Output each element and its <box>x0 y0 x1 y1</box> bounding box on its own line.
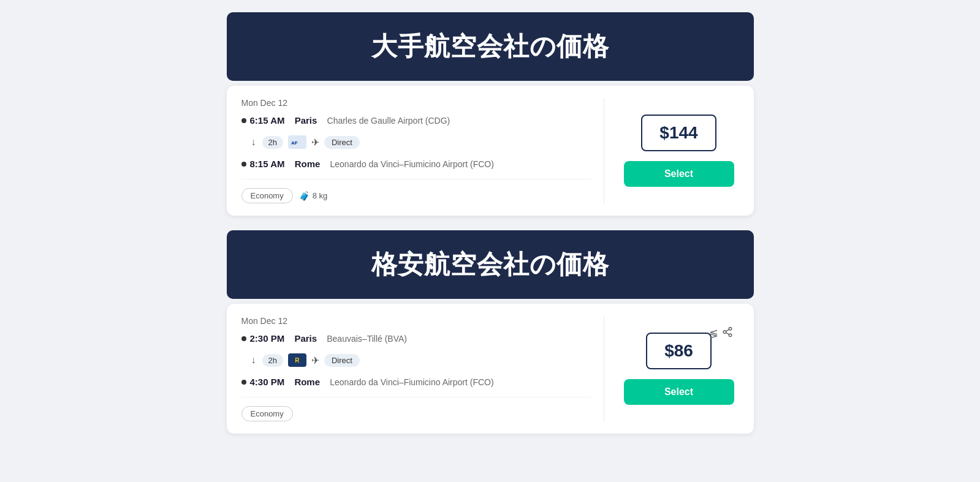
arrival-airport-budget: Leonardo da Vinci–Fiumicino Airport (FCO… <box>330 377 493 387</box>
arrival-point-major: 8:15 AM Rome Leonardo da Vinci–Fiumicino… <box>241 159 591 169</box>
departure-airport-budget: Beauvais–Tillé (BVA) <box>327 334 407 344</box>
arrow-down-icon-budget: ↓ <box>251 355 256 366</box>
arrival-city-major: Rome <box>295 159 321 169</box>
price-box-major: $144 <box>641 115 716 151</box>
flight-info-budget: Mon Dec 12 2:30 PM Paris Beauvais–Tillé … <box>241 316 604 421</box>
flight-route-major: 6:15 AM Paris Charles de Gaulle Airport … <box>241 115 591 169</box>
arrival-time-budget: 4:30 PM <box>250 377 285 387</box>
departure-dot-major <box>241 118 246 123</box>
arrival-airport-major: Leonardo da Vinci–Fiumicino Airport (FCO… <box>330 159 494 169</box>
arrow-down-icon-major: ↓ <box>251 137 256 148</box>
departure-point-budget: 2:30 PM Paris Beauvais–Tillé (BVA) <box>241 333 591 344</box>
flight-footer-major: Economy 🧳 8 kg <box>241 179 591 203</box>
share-icon-budget[interactable]: ≶ <box>709 326 732 341</box>
airline-logo-budget: R <box>288 353 306 367</box>
major-airlines-header: 大手航空会社の価格 <box>227 12 754 81</box>
arrival-dot-major <box>241 162 246 167</box>
price-section-budget: ≶ $86 Select <box>604 333 739 405</box>
departure-dot-budget <box>241 336 246 341</box>
duration-badge-budget: 2h <box>262 354 283 367</box>
flight-date-major: Mon Dec 12 <box>241 98 591 108</box>
baggage-info-major: 🧳 8 kg <box>299 191 328 201</box>
departure-airport-major: Charles de Gaulle Airport (CDG) <box>327 116 450 126</box>
flight-card-major: Mon Dec 12 6:15 AM Paris Charles de Gaul… <box>227 86 754 216</box>
svg-line-6 <box>726 329 729 331</box>
flight-middle-major: ↓ 2h AF ✈ Direct <box>251 135 591 149</box>
direct-badge-budget: Direct <box>324 354 360 367</box>
major-airlines-section: 大手航空会社の価格 Mon Dec 12 6:15 AM Paris Charl… <box>227 12 754 216</box>
flight-footer-budget: Economy <box>241 397 591 421</box>
ryanair-logo-text: R <box>295 357 299 364</box>
duration-badge-major: 2h <box>262 136 283 149</box>
flight-card-budget: Mon Dec 12 2:30 PM Paris Beauvais–Tillé … <box>227 304 754 434</box>
departure-point-major: 6:15 AM Paris Charles de Gaulle Airport … <box>241 115 591 126</box>
plane-icon-major: ✈ <box>311 137 319 148</box>
class-badge-major: Economy <box>241 188 293 203</box>
departure-city-major: Paris <box>295 115 317 126</box>
departure-city-budget: Paris <box>294 333 317 344</box>
baggage-weight-major: 8 kg <box>313 191 328 200</box>
svg-text:AF: AF <box>291 140 298 146</box>
flight-middle-budget: ↓ 2h R ✈ Direct <box>251 353 591 367</box>
budget-airlines-section: 格安航空会社の価格 Mon Dec 12 2:30 PM Paris Beauv… <box>227 230 754 434</box>
class-badge-budget: Economy <box>241 406 293 421</box>
major-airlines-title: 大手航空会社の価格 <box>239 29 742 64</box>
select-button-major[interactable]: Select <box>624 161 734 187</box>
plane-icon-budget: ✈ <box>311 355 319 366</box>
airline-logo-major: AF <box>288 135 306 149</box>
price-section-major: $144 Select <box>604 115 739 187</box>
svg-line-5 <box>726 333 729 334</box>
arrival-city-budget: Rome <box>294 377 320 387</box>
baggage-icon-major: 🧳 <box>299 191 310 201</box>
departure-time-major: 6:15 AM <box>250 115 285 126</box>
departure-time-budget: 2:30 PM <box>250 333 285 344</box>
flight-info-major: Mon Dec 12 6:15 AM Paris Charles de Gaul… <box>241 98 604 203</box>
arrival-time-major: 8:15 AM <box>250 159 285 169</box>
select-button-budget[interactable]: Select <box>624 379 734 405</box>
direct-badge-major: Direct <box>324 136 360 149</box>
arrival-point-budget: 4:30 PM Rome Leonardo da Vinci–Fiumicino… <box>241 377 591 387</box>
flight-date-budget: Mon Dec 12 <box>241 316 591 326</box>
price-box-budget: $86 <box>646 333 712 369</box>
budget-airlines-header: 格安航空会社の価格 <box>227 230 754 299</box>
arrival-dot-budget <box>241 380 246 385</box>
budget-airlines-title: 格安航空会社の価格 <box>239 247 742 282</box>
flight-route-budget: 2:30 PM Paris Beauvais–Tillé (BVA) ↓ 2h … <box>241 333 591 387</box>
